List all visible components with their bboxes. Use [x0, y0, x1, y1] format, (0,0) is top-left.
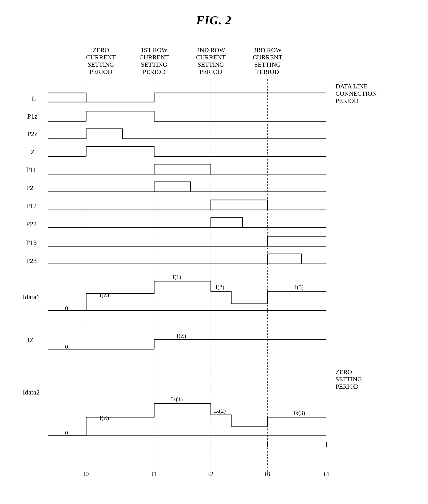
signal-P12-label: P12 [26, 202, 37, 209]
time-t2: t2 [208, 470, 213, 478]
idata2-Ix1-label: Ix(1) [171, 396, 183, 403]
svg-text:PERIOD: PERIOD [199, 68, 222, 75]
idata1-I3-label: I(3) [295, 284, 304, 290]
idata2-IZ-label: I(Z) [99, 415, 109, 421]
svg-text:SETTING: SETTING [336, 376, 362, 383]
zero-period-label: ZERO [92, 47, 109, 54]
signal-P12-wave [211, 200, 267, 210]
signal-P23-label: P23 [26, 257, 37, 264]
zero-setting-label: ZERO [336, 368, 352, 375]
signal-P23-wave [267, 254, 302, 264]
data-line-label: DATA LINE [336, 83, 368, 90]
svg-text:SETTING: SETTING [254, 61, 281, 68]
figure-title: FIG. 2 [0, 0, 428, 27]
svg-text:CONNECTION: CONNECTION [336, 90, 377, 97]
signal-P21-wave [154, 182, 190, 192]
signal-P13-label: P13 [26, 239, 37, 246]
signal-P2z-label: P2z [27, 130, 37, 137]
svg-text:SETTING: SETTING [198, 61, 224, 68]
svg-text:PERIOD: PERIOD [89, 68, 112, 75]
signal-P1z-label: P1z [27, 112, 37, 120]
svg-text:CURRENT: CURRENT [253, 54, 282, 61]
signal-Z-wave [86, 147, 326, 157]
signal-L-label: L [32, 95, 36, 102]
idata1-I2-label: I(2) [216, 284, 224, 290]
signal-P21-label: P21 [26, 184, 37, 191]
time-t1: t1 [151, 470, 157, 478]
signal-P22-wave [211, 218, 243, 228]
first-row-period-label: 1ST ROW [141, 47, 168, 54]
time-t0: t0 [83, 470, 89, 478]
diagram-container: text { font-family: 'Times New Roman', T… [14, 32, 426, 496]
svg-text:CURRENT: CURRENT [140, 54, 169, 61]
svg-text:CURRENT: CURRENT [196, 54, 226, 61]
signal-Idata1-wave [48, 281, 326, 311]
signal-L-wave [48, 93, 326, 102]
svg-text:CURRENT: CURRENT [86, 54, 116, 61]
signal-P11-wave [154, 164, 211, 174]
svg-text:PERIOD: PERIOD [256, 68, 279, 75]
signal-Z-label: Z [31, 148, 35, 156]
svg-text:PERIOD: PERIOD [336, 97, 358, 104]
signal-Idata2-label: Idata2 [23, 388, 40, 396]
signal-IZ-wave [154, 340, 326, 349]
time-t3: t3 [265, 470, 270, 478]
signal-P2z-wave [86, 129, 326, 139]
svg-text:PERIOD: PERIOD [143, 68, 165, 75]
signal-Idata1-label: Idata1 [23, 293, 40, 301]
signal-P1z-wave [86, 111, 326, 121]
svg-text:PERIOD: PERIOD [336, 383, 358, 390]
second-row-period-label: 2ND ROW [197, 47, 225, 54]
third-row-period-label: 3RD ROW [253, 47, 282, 54]
idata2-Ix3-label: Ix(3) [293, 410, 305, 416]
svg-text:SETTING: SETTING [88, 61, 114, 68]
signal-IZ-label: IZ [27, 336, 33, 344]
idata1-I1-label: I(1) [173, 274, 181, 280]
svg-text:SETTING: SETTING [141, 61, 167, 68]
idata2-Ix2-label: Ix(2) [214, 407, 226, 414]
idata1-IZ-label: I(Z) [99, 292, 109, 298]
signal-Idata2-wave [48, 404, 326, 435]
time-t4: t4 [324, 470, 329, 478]
signal-P22-label: P22 [26, 220, 37, 228]
signal-P13-wave [267, 236, 326, 246]
signal-P11-label: P11 [26, 166, 36, 173]
IZ-IZ-label: I(Z) [177, 333, 186, 339]
